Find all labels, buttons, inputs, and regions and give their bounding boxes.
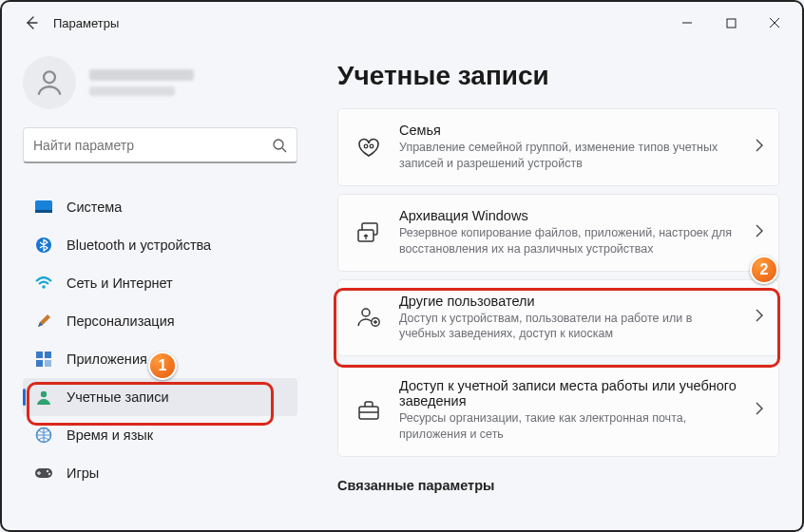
sidebar-item-label: Персонализация <box>67 314 175 329</box>
other-users-icon <box>355 304 382 331</box>
svg-rect-14 <box>45 360 51 367</box>
sidebar-item-network[interactable]: Сеть и Интернет <box>23 264 297 302</box>
person-icon <box>33 66 66 99</box>
card-work-school-access[interactable]: Доступ к учетной записи места работы или… <box>337 364 779 457</box>
minimize-icon <box>681 17 693 28</box>
user-email-blurred <box>89 86 175 96</box>
card-other-users[interactable]: Другие пользователи Доступ к устройствам… <box>337 279 779 357</box>
gamepad-icon <box>34 464 53 483</box>
sidebar: Система Bluetooth и устройства Сеть и Ин… <box>2 44 311 530</box>
sidebar-item-label: Сеть и Интернет <box>67 276 173 291</box>
sidebar-item-label: Приложения <box>67 352 147 367</box>
sidebar-item-label: Bluetooth и устройства <box>67 238 211 253</box>
card-desc: Резервное копирование файлов, приложений… <box>399 225 737 257</box>
svg-rect-13 <box>36 360 43 367</box>
sidebar-item-label: Система <box>67 200 122 215</box>
svg-line-6 <box>282 148 286 152</box>
sidebar-item-accounts[interactable]: Учетные записи <box>23 378 297 416</box>
sidebar-item-label: Время и язык <box>67 428 153 443</box>
card-family[interactable]: Семья Управление семейной группой, измен… <box>337 108 779 186</box>
maximize-button[interactable] <box>709 7 753 39</box>
annotation-badge-1: 1 <box>148 352 177 380</box>
search-icon <box>272 138 287 153</box>
sidebar-item-gaming[interactable]: Игры <box>23 454 297 492</box>
page-title: Учетные записи <box>337 61 779 91</box>
annotation-badge-2: 2 <box>750 256 778 284</box>
svg-point-18 <box>47 470 48 472</box>
nav-list: Система Bluetooth и устройства Сеть и Ин… <box>23 188 297 492</box>
svg-rect-1 <box>727 19 736 28</box>
sidebar-item-system[interactable]: Система <box>23 188 297 226</box>
window-controls <box>665 7 796 39</box>
svg-point-5 <box>274 140 283 149</box>
sidebar-item-label: Учетные записи <box>67 390 169 405</box>
svg-point-24 <box>362 309 370 316</box>
sidebar-item-label: Игры <box>67 466 99 481</box>
user-name-blurred <box>89 69 194 81</box>
user-account-header[interactable] <box>23 49 297 116</box>
related-params-heading: Связанные параметры <box>337 478 779 493</box>
svg-rect-8 <box>35 210 52 213</box>
svg-point-10 <box>42 285 46 289</box>
display-icon <box>34 198 53 217</box>
backup-icon <box>355 219 382 246</box>
family-icon <box>355 134 382 161</box>
briefcase-icon <box>355 397 382 424</box>
back-arrow-icon <box>24 15 39 30</box>
close-button[interactable] <box>753 7 796 39</box>
wifi-icon <box>34 274 53 293</box>
sidebar-item-bluetooth[interactable]: Bluetooth и устройства <box>23 226 297 264</box>
chevron-right-icon <box>755 139 763 156</box>
search-input[interactable] <box>33 138 272 153</box>
sidebar-item-personalization[interactable]: Персонализация <box>23 302 297 340</box>
svg-point-20 <box>364 144 368 148</box>
content-area: Учетные записи Семья Управление семейной… <box>311 44 802 530</box>
paintbrush-icon <box>34 312 53 331</box>
svg-point-4 <box>44 71 55 83</box>
globe-clock-icon <box>34 426 53 445</box>
close-icon <box>769 17 780 28</box>
card-title: Другие пользователи <box>399 294 737 309</box>
chevron-right-icon <box>755 309 763 326</box>
sidebar-item-time-language[interactable]: Время и язык <box>23 416 297 454</box>
chevron-right-icon <box>755 224 763 241</box>
bluetooth-icon <box>34 236 53 255</box>
card-title: Архивация Windows <box>399 208 737 223</box>
card-windows-backup[interactable]: Архивация Windows Резервное копирование … <box>337 194 779 272</box>
minimize-button[interactable] <box>665 7 709 39</box>
card-title: Семья <box>399 123 737 138</box>
apps-icon <box>34 350 53 369</box>
account-icon <box>34 388 53 407</box>
card-desc: Доступ к устройствам, пользователи на ра… <box>399 311 737 343</box>
search-box[interactable] <box>23 127 297 163</box>
svg-rect-12 <box>45 352 51 358</box>
titlebar: Параметры <box>2 2 802 44</box>
svg-point-21 <box>370 144 373 148</box>
chevron-right-icon <box>755 402 763 419</box>
card-desc: Ресурсы организации, такие как электронн… <box>399 410 737 443</box>
svg-rect-11 <box>36 352 43 358</box>
avatar <box>23 56 76 109</box>
card-desc: Управление семейной группой, изменение т… <box>399 140 737 172</box>
window-title: Параметры <box>53 16 119 30</box>
back-button[interactable] <box>15 7 48 39</box>
svg-point-19 <box>48 473 50 475</box>
card-title: Доступ к учетной записи места работы или… <box>399 378 737 408</box>
settings-window: Параметры <box>0 0 804 532</box>
maximize-icon <box>726 18 737 28</box>
svg-point-15 <box>41 391 47 397</box>
